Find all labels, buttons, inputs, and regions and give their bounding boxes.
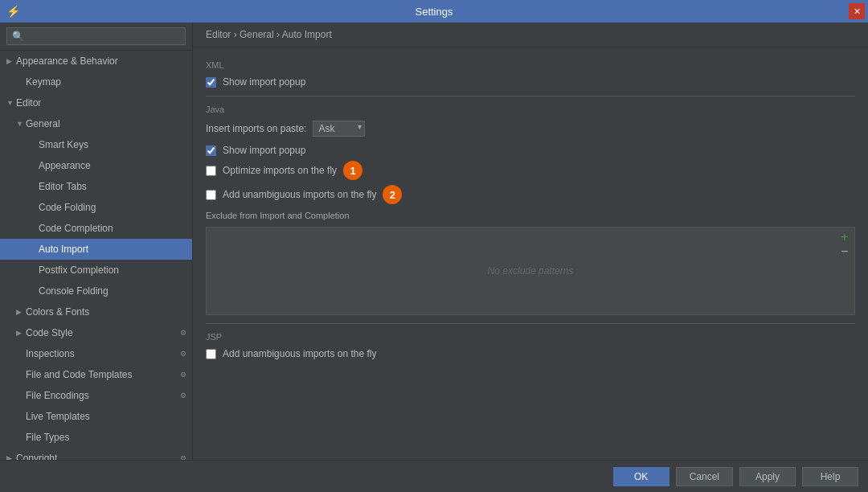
- sidebar-item-file-code-templates[interactable]: File and Code Templates ⚙: [0, 364, 192, 385]
- jsp-section-title: JSP: [206, 332, 855, 342]
- tree-label-file-code-templates: File and Code Templates: [26, 369, 133, 380]
- tree-badge-file-code-templates: ⚙: [178, 369, 189, 380]
- add-unambiguous-jsp-label: Add unambiguous imports on the fly: [223, 348, 376, 359]
- xml-show-popup-label: Show import popup: [223, 76, 305, 88]
- remove-exclude-button[interactable]: −: [838, 245, 851, 258]
- sidebar-item-copyright[interactable]: ▶ Copyright ⚙: [0, 448, 192, 460]
- ok-button[interactable]: OK: [613, 467, 669, 486]
- sidebar-item-code-completion[interactable]: Code Completion: [0, 218, 192, 239]
- tree-label-file-types: File Types: [26, 432, 69, 443]
- sidebar-item-keymap[interactable]: Keymap: [0, 72, 192, 92]
- java-show-popup-label: Show import popup: [223, 145, 305, 156]
- content-body: XML Show import popup Java Insert import…: [193, 47, 868, 374]
- tree-label-postfix-completion: Postfix Completion: [39, 264, 119, 276]
- tree-label-code-completion: Code Completion: [39, 223, 113, 234]
- tree-label-inspections: Inspections: [26, 348, 75, 359]
- java-show-popup-checkbox[interactable]: [206, 146, 216, 156]
- sidebar-item-smart-keys[interactable]: Smart Keys: [0, 134, 192, 155]
- xml-section-title: XML: [206, 60, 855, 70]
- add-exclude-button[interactable]: +: [838, 231, 851, 244]
- separator2: [206, 323, 855, 324]
- sidebar-item-code-style[interactable]: ▶ Code Style ⚙: [0, 322, 192, 343]
- java-section-title: Java: [206, 105, 855, 114]
- tree-label-auto-import: Auto Import: [39, 244, 88, 255]
- tree-label-general: General: [26, 118, 60, 129]
- search-box[interactable]: [0, 23, 192, 51]
- title-bar: ⚡ Settings ✕: [0, 0, 868, 23]
- tree-label-editor: Editor: [16, 97, 41, 109]
- sidebar-item-editor-tabs[interactable]: Editor Tabs: [0, 176, 192, 197]
- tree-label-appearance: Appearance & Behavior: [16, 55, 118, 67]
- tree-label-file-encodings: File Encodings: [26, 390, 89, 401]
- tree-label-smart-keys: Smart Keys: [39, 139, 88, 150]
- sidebar-item-appearance[interactable]: ▶ Appearance & Behavior: [0, 51, 192, 72]
- sidebar-item-auto-import[interactable]: Auto Import: [0, 239, 192, 260]
- tree-label-code-style: Code Style: [26, 327, 73, 338]
- sidebar: ▶ Appearance & Behavior Keymap ▼ Editor …: [0, 23, 193, 460]
- bottom-bar: OK Cancel Apply Help: [0, 460, 868, 492]
- tree-arrow-copyright: ▶: [6, 454, 16, 460]
- apply-button[interactable]: Apply: [739, 467, 796, 486]
- sidebar-item-general[interactable]: ▼ General: [0, 113, 192, 134]
- tree-arrow-code-style: ▶: [16, 329, 26, 337]
- add-unambiguous-java-row: Add unambiguous imports on the fly 2: [206, 185, 855, 204]
- add-unambiguous-java-label: Add unambiguous imports on the fly: [223, 189, 376, 200]
- add-unambiguous-java-checkbox[interactable]: [206, 190, 216, 200]
- tree-badge-copyright: ⚙: [178, 453, 189, 460]
- tree-arrow-general: ▼: [16, 120, 26, 128]
- sidebar-item-inspections[interactable]: Inspections ⚙: [0, 343, 192, 364]
- breadcrumb: Editor › General › Auto Import: [193, 23, 868, 47]
- tree-badge-file-encodings: ⚙: [178, 390, 189, 401]
- sidebar-item-code-folding[interactable]: Code Folding: [0, 197, 192, 218]
- exclude-section-title: Exclude from Import and Completion: [206, 211, 855, 220]
- main-layout: ▶ Appearance & Behavior Keymap ▼ Editor …: [0, 23, 868, 460]
- tree-label-copyright: Copyright: [16, 453, 57, 460]
- no-patterns-label: No exclude patterns: [207, 228, 854, 314]
- tree-badge-inspections: ⚙: [178, 348, 189, 359]
- tree-label-keymap: Keymap: [26, 76, 61, 88]
- optimize-imports-label: Optimize imports on the fly: [223, 165, 337, 176]
- tree-arrow-editor: ▼: [6, 99, 16, 107]
- insert-on-paste-select[interactable]: Ask Always Never: [313, 121, 365, 137]
- sidebar-item-postfix-completion[interactable]: Postfix Completion: [0, 260, 192, 281]
- app-logo: ⚡: [6, 5, 20, 18]
- badge-2: 2: [383, 185, 402, 204]
- tree-label-live-templates: Live Templates: [26, 411, 90, 422]
- xml-show-popup-row: Show import popup: [206, 76, 855, 88]
- sidebar-item-file-types[interactable]: File Types: [0, 427, 192, 448]
- tree-label-colors-fonts: Colors & Fonts: [26, 306, 89, 318]
- dialog-title: Settings: [416, 6, 453, 18]
- separator1: [206, 96, 855, 96]
- add-unambiguous-jsp-row: Add unambiguous imports on the fly: [206, 348, 855, 359]
- insert-on-paste-select-wrapper[interactable]: Ask Always Never: [313, 121, 365, 137]
- tree-arrow-appearance: ▶: [6, 57, 16, 65]
- xml-show-popup-checkbox[interactable]: [206, 77, 216, 88]
- exclude-toolbar: + −: [838, 231, 851, 258]
- insert-on-paste-row: Insert imports on paste: Ask Always Neve…: [206, 121, 855, 137]
- search-input[interactable]: [6, 27, 186, 45]
- help-button[interactable]: Help: [802, 467, 858, 486]
- tree-label-console-folding: Console Folding: [39, 285, 108, 297]
- badge-1: 1: [343, 161, 362, 180]
- close-button[interactable]: ✕: [849, 3, 865, 19]
- content-area: Editor › General › Auto Import XML Show …: [193, 23, 868, 460]
- tree-container: ▶ Appearance & Behavior Keymap ▼ Editor …: [0, 51, 192, 460]
- tree-arrow-colors-fonts: ▶: [16, 308, 26, 316]
- add-unambiguous-jsp-checkbox[interactable]: [206, 349, 216, 359]
- sidebar-item-file-encodings[interactable]: File Encodings ⚙: [0, 385, 192, 406]
- cancel-button[interactable]: Cancel: [676, 467, 733, 486]
- exclude-box: + − No exclude patterns: [206, 227, 855, 315]
- sidebar-item-appearance2[interactable]: Appearance: [0, 155, 192, 176]
- optimize-imports-checkbox[interactable]: [206, 166, 216, 176]
- java-show-popup-row: Show import popup: [206, 145, 855, 156]
- optimize-imports-row: Optimize imports on the fly 1: [206, 161, 855, 180]
- sidebar-item-live-templates[interactable]: Live Templates: [0, 406, 192, 427]
- tree-badge-code-style: ⚙: [178, 327, 189, 338]
- sidebar-item-console-folding[interactable]: Console Folding: [0, 281, 192, 301]
- insert-on-paste-label: Insert imports on paste:: [206, 123, 306, 134]
- sidebar-item-colors-fonts[interactable]: ▶ Colors & Fonts: [0, 301, 192, 322]
- tree-label-editor-tabs: Editor Tabs: [39, 181, 87, 192]
- tree-label-code-folding: Code Folding: [39, 202, 96, 213]
- sidebar-item-editor[interactable]: ▼ Editor: [0, 92, 192, 113]
- tree-label-appearance2: Appearance: [39, 160, 91, 171]
